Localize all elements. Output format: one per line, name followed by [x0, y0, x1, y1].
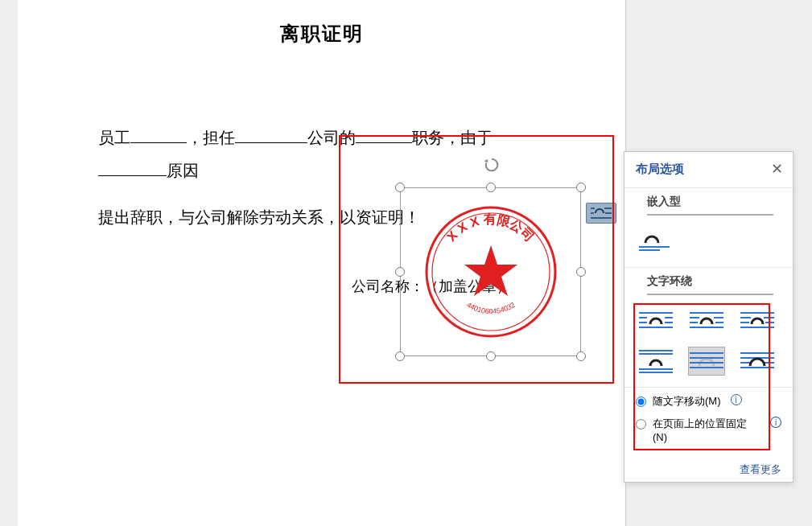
blank-field[interactable] [356, 121, 412, 143]
image-selection-frame[interactable]: X X X 有限公司 4401060454032 [400, 187, 581, 356]
wrap-option-square[interactable] [637, 308, 674, 337]
info-icon[interactable]: i [731, 394, 742, 405]
inline-option-row [624, 220, 793, 264]
text-segment: 职务，由于 [412, 129, 493, 146]
resize-handle[interactable] [486, 351, 496, 361]
blank-field[interactable] [235, 121, 307, 143]
resize-handle[interactable] [486, 183, 496, 192]
document-title: 离职证明 [18, 0, 625, 47]
radio-label: 随文字移动(M) [653, 394, 721, 409]
resize-handle[interactable] [576, 183, 586, 192]
info-icon[interactable]: i [770, 417, 781, 428]
resize-handle[interactable] [576, 267, 586, 277]
panel-header: 布局选项 ✕ [624, 152, 793, 184]
paragraph-1: 员工，担任公司的职务，由于原因 [98, 121, 545, 187]
text-segment: 员工 [98, 129, 130, 146]
svg-text:4401060454032: 4401060454032 [465, 301, 517, 315]
document-page: 离职证明 员工，担任公司的职务，由于原因 提出辞职，与公司解除劳动关系，以资证明… [18, 0, 626, 526]
resize-handle[interactable] [395, 183, 405, 192]
radio-input[interactable] [636, 419, 646, 429]
wrap-option-behind-text[interactable] [688, 347, 725, 376]
wrap-option-tight[interactable] [688, 308, 725, 337]
section-wrap-header: 文字环绕 [624, 267, 793, 300]
wrap-option-front-of-text[interactable] [739, 347, 776, 376]
resize-handle[interactable] [395, 351, 405, 361]
wrap-option-top-bottom[interactable] [637, 347, 674, 376]
radio-input[interactable] [636, 397, 646, 407]
text-segment: 公司的 [307, 129, 356, 146]
see-more-link[interactable]: 查看更多 [624, 459, 793, 482]
wrap-option-inline[interactable] [636, 225, 673, 254]
position-options: 随文字移动(M) i 在页面上的位置固定(N) i [624, 387, 793, 459]
text-segment: ，担任 [187, 129, 235, 146]
panel-title: 布局选项 [636, 162, 684, 177]
blank-field[interactable] [98, 154, 167, 176]
layout-options-panel: 布局选项 ✕ 嵌入型 文字环绕 [624, 151, 793, 483]
radio-label: 在页面上的位置固定(N) [653, 417, 760, 443]
wrap-options-grid [624, 300, 793, 387]
radio-fixed-position[interactable]: 在页面上的位置固定(N) i [636, 417, 781, 443]
layout-options-button[interactable] [586, 203, 616, 224]
resize-handle[interactable] [395, 267, 405, 277]
text-segment: 原因 [167, 162, 199, 179]
rotate-handle-icon[interactable] [483, 156, 499, 172]
radio-move-with-text[interactable]: 随文字移动(M) i [636, 394, 781, 409]
blank-field[interactable] [130, 121, 187, 143]
company-stamp-image[interactable]: X X X 有限公司 4401060454032 [422, 203, 559, 340]
section-inline-header: 嵌入型 [624, 187, 793, 220]
svg-marker-4 [464, 245, 517, 296]
close-icon[interactable]: ✕ [771, 160, 783, 178]
wrap-option-through[interactable] [739, 308, 776, 337]
resize-handle[interactable] [576, 351, 586, 361]
